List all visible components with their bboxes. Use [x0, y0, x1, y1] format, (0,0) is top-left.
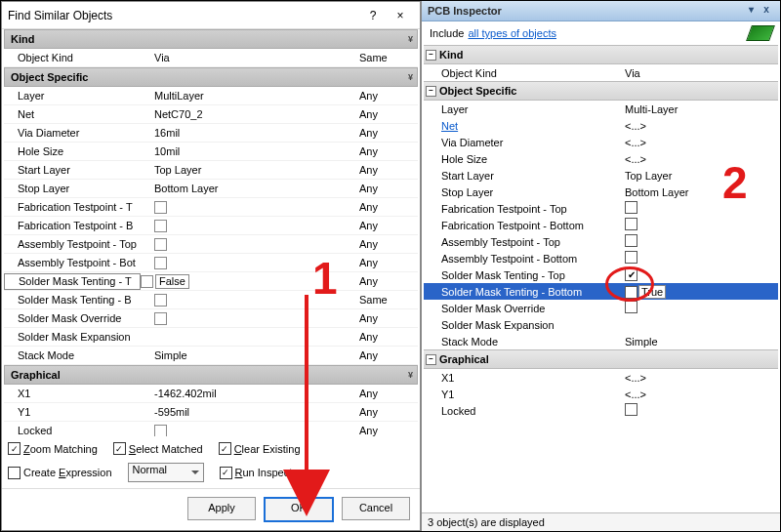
match-mode[interactable]: Any: [355, 164, 418, 176]
property-row[interactable]: Assembly Testpoint - BotAny: [4, 254, 418, 272]
section-object-specific[interactable]: Object Specific¥: [4, 67, 418, 87]
match-mode[interactable]: Any: [355, 108, 418, 120]
inspector-property-value[interactable]: <...>: [623, 137, 778, 148]
property-row[interactable]: Assembly Testpoint - TopAny: [4, 235, 418, 254]
property-value[interactable]: Top Layer: [154, 164, 355, 176]
property-value[interactable]: [154, 311, 355, 325]
inspector-property-value[interactable]: Simple: [623, 336, 778, 348]
match-mode[interactable]: Any: [355, 312, 418, 324]
insp-section-graphical[interactable]: −Graphical: [424, 349, 778, 369]
match-mode[interactable]: Any: [355, 425, 418, 436]
match-mode[interactable]: Any: [355, 145, 418, 157]
inspector-property-row[interactable]: Y1<...>: [424, 386, 778, 402]
inspector-property-value[interactable]: <...>: [623, 120, 778, 132]
property-row[interactable]: Start LayerTop LayerAny: [4, 161, 418, 180]
inspector-property-row[interactable]: Solder Mask Tenting - Top✔: [424, 266, 778, 283]
help-icon[interactable]: ?: [359, 5, 387, 26]
match-mode[interactable]: Any: [355, 331, 418, 343]
inspector-property-value[interactable]: [623, 218, 778, 232]
inspector-property-value[interactable]: [623, 301, 778, 315]
property-row[interactable]: Solder Mask OverrideAny: [4, 309, 418, 328]
inspector-property-value[interactable]: [623, 201, 778, 216]
inspector-property-row[interactable]: Hole Size<...>: [424, 150, 778, 167]
inspector-property-value[interactable]: <...>: [623, 389, 778, 400]
inspector-property-row[interactable]: Start LayerTop Layer: [424, 167, 778, 184]
property-row[interactable]: Via Diameter16milAny: [4, 124, 418, 143]
select-matched-checkbox[interactable]: ✓Select Matched: [113, 442, 203, 455]
inspector-property-row[interactable]: Assembly Testpoint - Top: [424, 233, 778, 250]
match-mode[interactable]: Any: [355, 388, 418, 399]
inspector-property-row[interactable]: LayerMulti-Layer: [424, 101, 778, 117]
inspector-property-row[interactable]: Locked: [424, 402, 778, 419]
dropdown-icon[interactable]: ▾: [743, 4, 759, 18]
ok-button[interactable]: OK: [264, 497, 334, 522]
inspector-property-row[interactable]: Solder Mask Expansion: [424, 316, 778, 333]
property-value[interactable]: 16mil: [154, 127, 355, 139]
inspector-property-value[interactable]: Via: [623, 67, 778, 79]
property-value[interactable]: Bottom Layer: [154, 183, 355, 194]
create-expression-checkbox[interactable]: Create Expression: [8, 463, 112, 482]
clear-existing-checkbox[interactable]: ✓Clear Existing: [219, 442, 301, 455]
inspector-property-value[interactable]: [623, 234, 778, 249]
match-mode[interactable]: Any: [355, 201, 418, 213]
inspector-property-value[interactable]: ✔True: [623, 285, 778, 299]
inspector-property-value[interactable]: [623, 403, 778, 418]
section-graphical[interactable]: Graphical¥: [4, 365, 418, 385]
property-value[interactable]: [154, 424, 355, 436]
inspector-property-row[interactable]: Fabrication Testpoint - Top: [424, 200, 778, 217]
inspector-property-row[interactable]: Via Diameter<...>: [424, 134, 778, 150]
property-value[interactable]: [154, 256, 355, 269]
insp-section-kind[interactable]: −Kind: [424, 45, 778, 64]
inspector-property-value[interactable]: Multi-Layer: [623, 103, 778, 115]
match-mode[interactable]: Any: [355, 406, 418, 418]
match-mode[interactable]: Any: [355, 349, 418, 361]
insp-section-objspec[interactable]: −Object Specific: [424, 81, 778, 101]
match-mode[interactable]: Any: [355, 257, 418, 268]
inspector-property-row[interactable]: Solder Mask Tenting - Bottom✔True: [424, 283, 778, 300]
inspector-property-row[interactable]: Fabrication Testpoint - Bottom: [424, 217, 778, 233]
property-value[interactable]: [154, 200, 355, 214]
property-row[interactable]: X1-1462.402milAny: [4, 385, 418, 403]
inspector-property-value[interactable]: [623, 251, 778, 266]
property-value[interactable]: NetC70_2: [154, 108, 355, 120]
inspector-property-value[interactable]: ✔: [623, 268, 778, 281]
match-mode[interactable]: Same: [355, 52, 418, 63]
section-kind[interactable]: Kind¥: [4, 29, 418, 49]
property-row[interactable]: Stop LayerBottom LayerAny: [4, 180, 418, 198]
property-value[interactable]: MultiLayer: [154, 90, 355, 102]
match-mode[interactable]: Any: [355, 275, 418, 287]
property-value[interactable]: -595mil: [154, 406, 355, 418]
mask-mode-dropdown[interactable]: Normal: [128, 463, 204, 482]
apply-button[interactable]: Apply: [187, 497, 256, 520]
inspector-property-row[interactable]: Assembly Testpoint - Bottom: [424, 250, 778, 266]
inspector-property-row[interactable]: Net<...>: [424, 117, 778, 134]
property-row[interactable]: Solder Mask Tenting - TFalseAny: [4, 272, 418, 291]
match-mode[interactable]: Any: [355, 220, 418, 231]
property-value[interactable]: Via: [154, 52, 355, 63]
property-row[interactable]: Fabrication Testpoint - BAny: [4, 217, 418, 235]
match-mode[interactable]: Same: [355, 294, 418, 306]
property-value[interactable]: False: [141, 274, 355, 289]
cancel-button[interactable]: Cancel: [342, 497, 410, 520]
property-row[interactable]: Object KindViaSame: [4, 49, 418, 67]
match-mode[interactable]: Any: [355, 183, 418, 194]
inspector-property-value[interactable]: Top Layer: [623, 170, 778, 182]
property-row[interactable]: Stack ModeSimpleAny: [4, 347, 418, 365]
inspector-property-row[interactable]: X1<...>: [424, 369, 778, 386]
property-value[interactable]: Simple: [154, 349, 355, 361]
property-row[interactable]: LayerMultiLayerAny: [4, 87, 418, 105]
property-value[interactable]: [154, 219, 355, 232]
property-row[interactable]: Y1-595milAny: [4, 403, 418, 422]
property-row[interactable]: Solder Mask ExpansionAny: [4, 328, 418, 347]
property-value[interactable]: -1462.402mil: [154, 388, 355, 399]
close-panel-icon[interactable]: x: [759, 4, 774, 18]
match-mode[interactable]: Any: [355, 238, 418, 250]
match-mode[interactable]: Any: [355, 90, 418, 102]
property-row[interactable]: NetNetC70_2Any: [4, 105, 418, 124]
inspector-property-row[interactable]: Stack ModeSimple: [424, 333, 778, 349]
inspector-property-value[interactable]: Bottom Layer: [623, 186, 778, 198]
property-row[interactable]: Solder Mask Tenting - BSame: [4, 291, 418, 309]
property-row[interactable]: LockedAny: [4, 422, 418, 436]
property-value[interactable]: 10mil: [154, 145, 355, 157]
inspector-property-value[interactable]: <...>: [623, 153, 778, 165]
